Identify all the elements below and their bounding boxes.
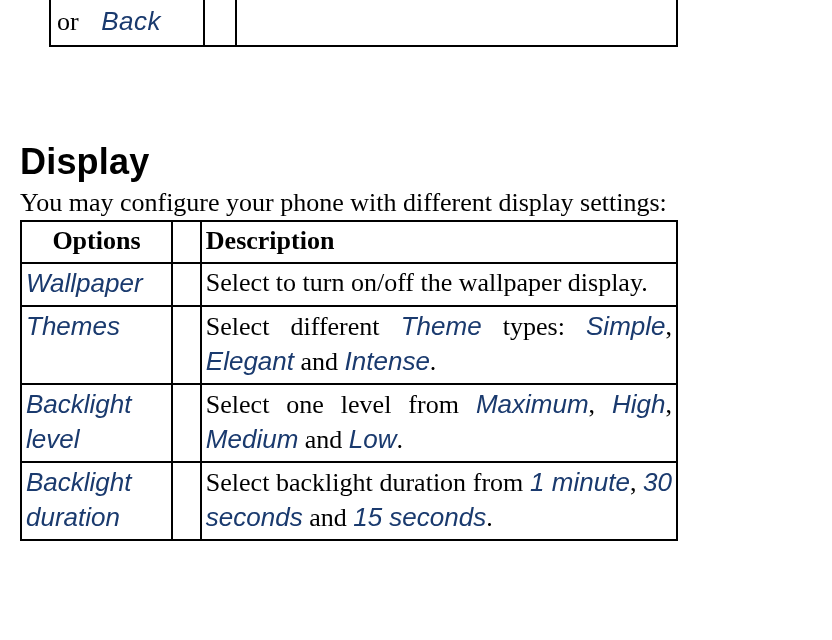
- option-cell: Backlight duration: [21, 462, 172, 540]
- description-cell: Select backlight duration from 1 minute,…: [201, 462, 677, 540]
- page: or Back Display You may configure your p…: [0, 0, 832, 640]
- option-name: Backlight duration: [26, 467, 132, 532]
- table-row: Themes Select different Theme types: Sim…: [21, 306, 677, 384]
- term-15-seconds: 15 seconds: [353, 502, 486, 532]
- back-cell: or Back: [50, 0, 204, 46]
- spacer-cell: [172, 384, 201, 462]
- desc-mid: and: [294, 347, 345, 376]
- table-row: Backlight duration Select backlight dura…: [21, 462, 677, 540]
- back-label: Back: [85, 6, 161, 36]
- top-table-row: or Back: [50, 0, 677, 46]
- option-name: Backlight level: [26, 389, 132, 454]
- option-cell: Wallpaper: [21, 263, 172, 306]
- option-name: Wallpaper: [26, 268, 143, 298]
- desc-lead: Select backlight duration from: [206, 468, 530, 497]
- term-intense: Intense: [345, 346, 430, 376]
- col-header-description: Description: [201, 221, 677, 263]
- spacer-cell: [172, 263, 201, 306]
- desc-tail: .: [486, 503, 493, 532]
- term-simple: Simple: [586, 311, 665, 341]
- col-header-spacer: [172, 221, 201, 263]
- description-cell: Select one level from Maximum, High, Med…: [201, 384, 677, 462]
- term-elegant: Elegant: [206, 346, 294, 376]
- term-low: Low: [349, 424, 397, 454]
- term-medium: Medium: [206, 424, 298, 454]
- top-table-fragment: or Back: [49, 0, 678, 47]
- option-cell: Themes: [21, 306, 172, 384]
- term-maximum: Maximum: [476, 389, 589, 419]
- option-cell: Backlight level: [21, 384, 172, 462]
- description-cell: Select to turn on/off the wallpaper disp…: [201, 263, 677, 306]
- spacer-cell: [172, 306, 201, 384]
- desc-lead: Select different: [206, 312, 401, 341]
- table-header-row: Options Description: [21, 221, 677, 263]
- description-cell: Select different Theme types: Simple, El…: [201, 306, 677, 384]
- option-name: Themes: [26, 311, 120, 341]
- sep: ,: [630, 468, 643, 497]
- term-theme: Theme: [401, 311, 482, 341]
- display-options-table: Options Description Wallpaper Select to …: [20, 220, 678, 541]
- spacer-cell: [204, 0, 237, 46]
- table-row: Backlight level Select one level from Ma…: [21, 384, 677, 462]
- desc-tail: .: [397, 425, 404, 454]
- sep: ,: [589, 390, 612, 419]
- desc-mid: and: [298, 425, 349, 454]
- desc-tail: .: [430, 347, 437, 376]
- desc-mid: and: [303, 503, 354, 532]
- description-text: Select to turn on/off the wallpaper disp…: [206, 268, 648, 297]
- or-text: or: [57, 7, 79, 36]
- term-1-minute: 1 minute: [530, 467, 630, 497]
- sep: ,: [666, 390, 673, 419]
- section-intro: You may configure your phone with differ…: [20, 188, 667, 218]
- sep: ,: [666, 312, 673, 341]
- table-row: Wallpaper Select to turn on/off the wall…: [21, 263, 677, 306]
- term-high: High: [612, 389, 665, 419]
- desc-lead: Select one level from: [206, 390, 476, 419]
- col-header-options: Options: [21, 221, 172, 263]
- spacer-cell: [172, 462, 201, 540]
- empty-cell: [236, 0, 677, 46]
- section-heading: Display: [20, 142, 149, 182]
- desc-mid: types:: [482, 312, 586, 341]
